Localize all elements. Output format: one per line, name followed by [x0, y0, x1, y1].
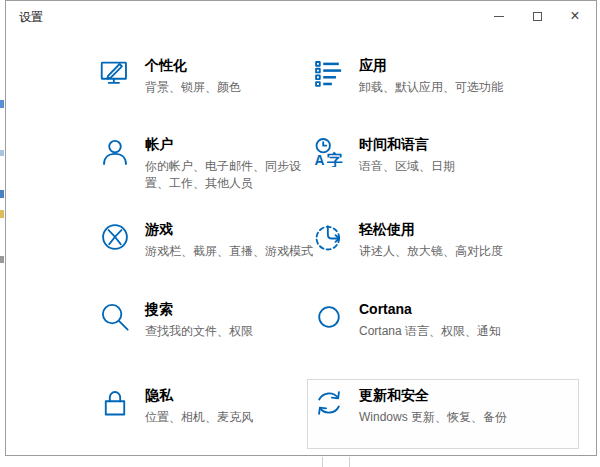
- personalization-icon: [100, 58, 132, 90]
- tile-title: 帐户: [145, 136, 317, 153]
- maximize-button[interactable]: [518, 1, 556, 31]
- desktop-screen: 设置 ×: [0, 0, 600, 467]
- time-language-icon: A 字: [314, 137, 346, 169]
- tile-cortana[interactable]: Cortana Cortana 语言、权限、通知: [314, 301, 546, 340]
- tile-subtitle: 背景、锁屏、颜色: [145, 79, 241, 96]
- tile-title: Cortana: [359, 301, 501, 318]
- tile-apps[interactable]: 应用 卸载、默认应用、可选功能: [314, 57, 546, 96]
- tile-gaming[interactable]: 游戏 游戏栏、截屏、直播、游戏模式: [100, 221, 332, 260]
- tile-title: 轻松使用: [359, 221, 503, 238]
- gaming-icon: [100, 222, 132, 254]
- tile-title: 更新和安全: [359, 387, 507, 404]
- tile-search[interactable]: 搜索 查找我的文件、权限: [100, 301, 332, 340]
- window-title: 设置: [19, 9, 43, 26]
- tile-subtitle: 你的帐户、电子邮件、同步设置、工作、其他人员: [145, 158, 317, 192]
- tile-title: 应用: [359, 57, 503, 74]
- tile-title: 隐私: [145, 387, 253, 404]
- tile-time-language[interactable]: A 字 时间和语言 语音、区域、日期: [314, 136, 546, 175]
- tile-subtitle: 讲述人、放大镜、高对比度: [359, 243, 503, 260]
- desktop-icon-fragment: [0, 190, 4, 198]
- tile-personalization[interactable]: 个性化 背景、锁屏、颜色: [100, 57, 332, 96]
- tile-title: 个性化: [145, 57, 241, 74]
- titlebar[interactable]: 设置 ×: [6, 1, 596, 31]
- tile-subtitle: 查找我的文件、权限: [145, 323, 253, 340]
- tile-title: 游戏: [145, 221, 313, 238]
- svg-text:A: A: [315, 152, 325, 167]
- desktop-icon-fragment: [0, 100, 4, 108]
- minimize-button[interactable]: [480, 1, 518, 31]
- tile-accounts[interactable]: 帐户 你的帐户、电子邮件、同步设置、工作、其他人员: [100, 136, 332, 192]
- accounts-icon: [100, 137, 132, 169]
- taskbar-fragment: [349, 457, 350, 467]
- tile-ease-of-access[interactable]: 轻松使用 讲述人、放大镜、高对比度: [314, 221, 546, 260]
- close-icon: ×: [570, 8, 579, 24]
- update-security-icon: [314, 388, 346, 420]
- tile-subtitle: 游戏栏、截屏、直播、游戏模式: [145, 243, 313, 260]
- taskbar-fragment: [322, 457, 323, 467]
- settings-window: 设置 ×: [5, 0, 597, 456]
- svg-text:字: 字: [327, 151, 343, 167]
- tile-privacy[interactable]: 隐私 位置、相机、麦克风: [100, 387, 332, 426]
- tile-title: 搜索: [145, 301, 253, 318]
- apps-icon: [314, 58, 346, 90]
- window-controls: ×: [480, 1, 594, 31]
- tile-title: 时间和语言: [359, 136, 455, 153]
- close-button[interactable]: ×: [556, 1, 594, 31]
- privacy-icon: [100, 388, 132, 420]
- desktop-icon-fragment: [0, 150, 4, 156]
- tile-subtitle: Windows 更新、恢复、备份: [359, 409, 507, 426]
- tile-update-security[interactable]: 更新和安全 Windows 更新、恢复、备份: [314, 387, 546, 426]
- tile-subtitle: Cortana 语言、权限、通知: [359, 323, 501, 340]
- tile-subtitle: 卸载、默认应用、可选功能: [359, 79, 503, 96]
- cortana-icon: [314, 302, 346, 334]
- desktop-icon-fragment: [0, 256, 4, 263]
- minimize-icon: [494, 16, 504, 17]
- ease-of-access-icon: [314, 222, 346, 254]
- maximize-icon: [533, 12, 542, 21]
- desktop-icon-fragment: [0, 210, 4, 218]
- tile-subtitle: 位置、相机、麦克风: [145, 409, 253, 426]
- search-icon: [100, 302, 132, 334]
- tile-subtitle: 语音、区域、日期: [359, 158, 455, 175]
